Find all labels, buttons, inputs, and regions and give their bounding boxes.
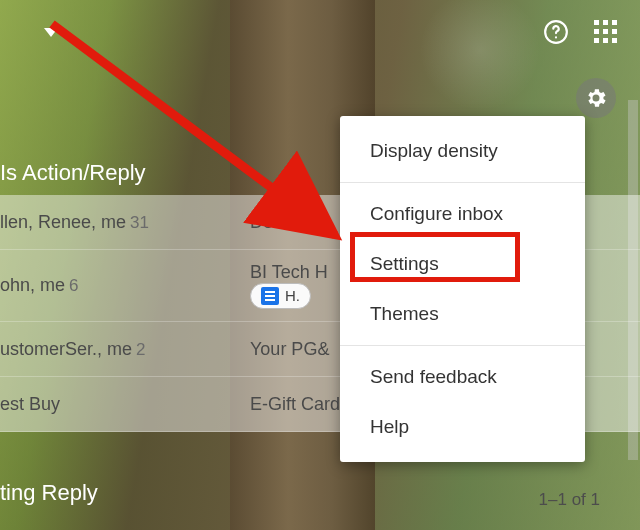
apps-grid-icon[interactable] [594, 20, 618, 44]
settings-gear-button[interactable] [576, 78, 616, 118]
mail-senders: llen, Renee, me31 [0, 212, 250, 233]
menu-item-help[interactable]: Help [340, 402, 585, 452]
menu-separator [340, 345, 585, 346]
mail-senders: ustomerSer., me2 [0, 339, 250, 360]
menu-item-themes[interactable]: Themes [340, 289, 585, 339]
settings-menu: Display density Configure inbox Settings… [340, 116, 585, 462]
menu-separator [340, 182, 585, 183]
menu-item-send-feedback[interactable]: Send feedback [340, 352, 585, 402]
section-footer-label: ting Reply [0, 480, 98, 506]
help-icon[interactable] [542, 18, 570, 46]
section-header: Is Action/Reply [0, 160, 146, 186]
dropdown-caret-icon[interactable] [44, 28, 58, 37]
attachment-chip[interactable]: H. [250, 283, 311, 309]
pagination-label: 1–1 of 1 [539, 490, 600, 510]
menu-item-display-density[interactable]: Display density [340, 126, 585, 176]
menu-item-configure-inbox[interactable]: Configure inbox [340, 189, 585, 239]
svg-point-1 [555, 36, 557, 38]
topbar [542, 18, 618, 46]
mail-senders: ohn, me6 [0, 275, 250, 296]
doc-icon [261, 287, 279, 305]
menu-item-settings[interactable]: Settings [340, 239, 585, 289]
mail-senders: est Buy [0, 394, 250, 415]
